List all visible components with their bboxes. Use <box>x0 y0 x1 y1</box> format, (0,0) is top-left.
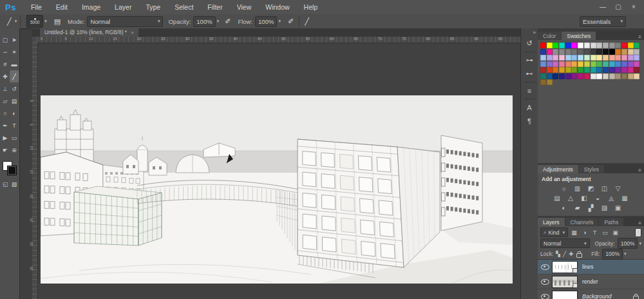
quick-mask-mode-icon[interactable]: ◱ <box>1 179 10 189</box>
color-swatch[interactable] <box>609 55 615 61</box>
history-panel-icon[interactable]: ↺ <box>522 37 536 50</box>
hand-tool-icon[interactable]: ☛ <box>1 144 10 156</box>
color-swatch[interactable] <box>634 43 639 48</box>
color-swatch[interactable] <box>547 43 553 48</box>
color-swatch[interactable] <box>615 49 621 55</box>
workspace-switcher[interactable]: Essentials ▾ <box>580 16 626 27</box>
color-swatch[interactable] <box>609 43 615 48</box>
curves-icon[interactable]: ◩ <box>586 184 596 193</box>
color-swatch[interactable] <box>547 49 553 55</box>
color-swatch[interactable] <box>559 67 565 73</box>
color-swatch[interactable] <box>547 67 553 73</box>
spot-healing-brush-tool-icon[interactable]: ✚ <box>1 70 10 82</box>
color-swatch[interactable] <box>584 43 590 48</box>
tab-adjustments[interactable]: Adjustments <box>538 165 578 173</box>
color-swatch[interactable] <box>603 67 609 73</box>
color-swatch[interactable] <box>628 67 634 73</box>
panel-menu-icon[interactable]: ≡ <box>638 168 644 173</box>
color-swatch[interactable] <box>584 73 590 79</box>
color-swatch[interactable] <box>634 73 639 79</box>
color-swatch[interactable] <box>565 61 571 67</box>
zoom-tool-icon[interactable]: ⊕ <box>10 144 19 156</box>
color-swatch[interactable] <box>615 73 621 79</box>
color-swatch[interactable] <box>596 73 602 79</box>
color-swatch[interactable] <box>634 55 639 61</box>
color-swatch[interactable] <box>571 49 577 55</box>
color-swatch[interactable] <box>559 43 565 48</box>
menu-help[interactable]: Help <box>297 0 325 14</box>
color-swatch[interactable] <box>565 43 571 48</box>
rectangle-shape-tool-icon[interactable]: ▭ <box>10 131 19 144</box>
layer-blend-mode-select[interactable]: Normal ▾ <box>540 238 590 248</box>
menu-window[interactable]: Window <box>258 0 296 14</box>
tool-preset-arrow-icon[interactable]: ▾ <box>15 19 17 24</box>
color-swatch[interactable] <box>571 43 577 48</box>
opacity-input[interactable]: 100% <box>193 16 215 27</box>
flow-input[interactable]: 100% <box>255 16 277 27</box>
color-swatch[interactable] <box>559 61 565 67</box>
filter-adjustment-layers-icon[interactable]: ◑ <box>580 229 589 236</box>
color-swatch[interactable] <box>628 61 634 67</box>
layer-thumbnail[interactable] <box>553 291 577 299</box>
color-swatch[interactable] <box>571 61 577 67</box>
brush-tool-icon[interactable]: ╱ <box>5 17 14 26</box>
hue-saturation-icon[interactable]: ▤ <box>553 194 562 202</box>
tab-channels[interactable]: Channels <box>565 218 599 226</box>
close-button[interactable]: × <box>626 0 641 14</box>
color-swatch[interactable] <box>547 79 553 85</box>
expand-panels-icon[interactable]: » <box>533 30 536 35</box>
tab-swatches[interactable]: Swatches <box>562 32 596 40</box>
color-balance-icon[interactable]: △ <box>566 194 576 202</box>
character-panel-icon[interactable]: A <box>522 101 536 114</box>
layer-opacity-input[interactable]: 100% <box>618 238 638 249</box>
dodge-tool-icon[interactable]: ◐ <box>10 107 19 119</box>
color-swatch[interactable] <box>591 49 596 55</box>
filter-type-layers-icon[interactable]: T <box>591 229 599 236</box>
color-swatch[interactable] <box>634 67 639 73</box>
color-swatch[interactable] <box>578 43 583 48</box>
color-swatch[interactable] <box>596 55 602 61</box>
background-color-swatch[interactable] <box>7 166 17 175</box>
clone-stamp-tool-icon[interactable]: ⊥ <box>1 82 10 95</box>
color-swatch[interactable] <box>565 49 571 55</box>
vertical-ruler[interactable]: 05101520253035 <box>32 43 38 299</box>
color-swatch[interactable] <box>565 73 571 79</box>
vibrance-icon[interactable]: ▽ <box>613 184 623 193</box>
crop-tool-icon[interactable]: # <box>1 58 10 70</box>
color-swatch[interactable] <box>565 67 571 73</box>
filter-smart-objects-icon[interactable]: ▣ <box>611 229 620 236</box>
horizontal-ruler[interactable]: 05101520253035404550556065707580859095 <box>37 37 520 43</box>
color-swatch[interactable] <box>571 55 577 61</box>
color-swatch[interactable] <box>584 67 590 73</box>
color-swatch[interactable] <box>609 67 615 73</box>
color-swatch[interactable] <box>628 43 634 48</box>
color-swatch[interactable] <box>621 43 627 48</box>
move-tool-icon[interactable]: ➤ <box>10 34 19 46</box>
filter-shape-layers-icon[interactable]: ▭ <box>601 229 609 236</box>
color-swatch[interactable] <box>628 49 634 55</box>
color-swatch[interactable] <box>621 49 627 55</box>
color-swatch[interactable] <box>553 73 558 79</box>
gradient-map-icon[interactable]: ▨ <box>600 204 609 212</box>
color-swatch[interactable] <box>603 43 609 48</box>
brush-picker-arrow-icon[interactable]: ▾ <box>44 19 47 24</box>
color-swatch[interactable] <box>547 73 553 79</box>
color-swatch[interactable] <box>634 61 639 67</box>
color-swatch[interactable] <box>615 55 621 61</box>
document-canvas[interactable] <box>41 95 513 284</box>
tablet-pressure-size-icon[interactable]: ╱ <box>303 17 311 26</box>
color-swatch[interactable] <box>615 43 621 48</box>
color-swatch[interactable] <box>571 67 577 73</box>
color-swatch[interactable] <box>553 61 558 67</box>
color-swatch[interactable] <box>571 73 577 79</box>
channel-mixer-icon[interactable]: ◬ <box>607 194 616 202</box>
panel-menu-icon[interactable]: ≡ <box>638 34 644 40</box>
color-swatch[interactable] <box>591 67 596 73</box>
color-swatch[interactable] <box>540 67 546 73</box>
visibility-eye-icon[interactable] <box>541 264 549 270</box>
color-swatch[interactable] <box>609 61 615 67</box>
color-swatch[interactable] <box>591 55 596 61</box>
threshold-icon[interactable]: ▞ <box>586 204 596 212</box>
color-swatch[interactable] <box>603 73 609 79</box>
color-swatch[interactable] <box>553 67 558 73</box>
